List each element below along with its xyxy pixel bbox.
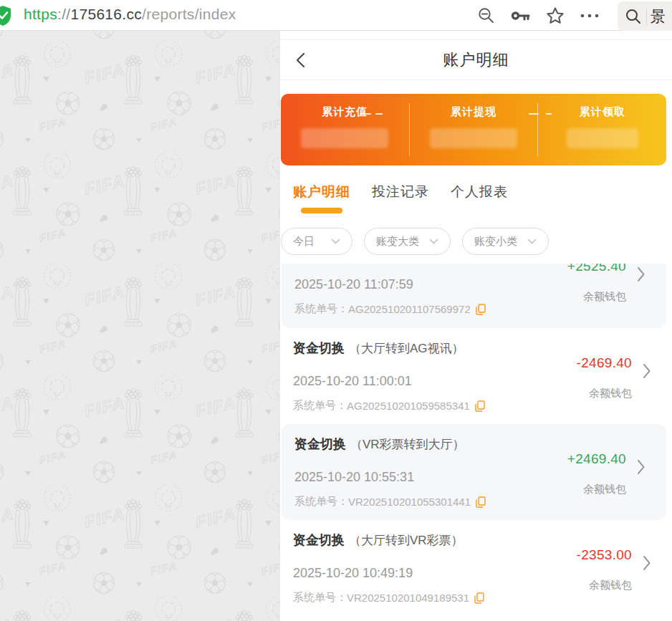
transaction-row[interactable]: 资金切换 （大厅转到VR彩票） 2025-10-20 10:49:19 系统单号… [280, 520, 672, 616]
search-icon[interactable] [625, 8, 642, 25]
transaction-datetime: 2025-10-20 10:49:19 [293, 564, 586, 582]
filter-date-dropdown[interactable]: 今日 [281, 228, 352, 255]
transaction-order-line: 系统单号：AG202510201107569972 [294, 302, 580, 316]
copy-icon[interactable] [475, 400, 485, 412]
chevron-right-icon[interactable] [643, 555, 651, 574]
transaction-datetime: 2025-10-20 11:00:01 [293, 372, 586, 390]
transaction-type: 资金切换 [294, 435, 346, 453]
url-path: /reports/index [142, 6, 236, 22]
back-button[interactable] [290, 50, 310, 70]
tab-personal-report[interactable]: 个人报表 [451, 183, 508, 213]
transaction-detail: （VR彩票转到大厅） [350, 436, 465, 453]
redacted-value [567, 128, 638, 148]
wallet-type: 余额钱包 [589, 387, 632, 400]
transaction-amount: +2469.40 [567, 451, 626, 467]
reports-panel: 账户明细 累计充值 累计提现 累计领取 账户明细 投注记录 [279, 31, 672, 621]
ellipsis-menu-icon[interactable] [580, 6, 600, 26]
page-header: 账户明细 [280, 40, 672, 80]
summary-card: 累计充值 累计提现 累计领取 [281, 94, 666, 165]
chevron-down-icon [331, 239, 340, 244]
chevron-down-icon [429, 239, 438, 244]
transaction-title-line: 资金切换 （大厅转到AG视讯） [293, 340, 586, 358]
url-address-bar[interactable]: https://175616.cc/reports/index [24, 6, 236, 23]
report-tabs: 账户明细 投注记录 个人报表 [293, 183, 672, 213]
wallet-type: 余额钱包 [583, 290, 626, 304]
redaction-dash [546, 113, 552, 115]
shield-check-icon [0, 5, 12, 29]
filter-bar: 今日 账变大类 账变小类 [281, 228, 672, 255]
fifa-watermark-background: FIFA [0, 31, 279, 621]
chevron-down-icon [527, 239, 537, 244]
copy-icon[interactable] [476, 304, 486, 315]
order-no: VR202510201049189531 [347, 592, 469, 604]
order-no: AG202510201107569972 [348, 303, 471, 315]
transaction-amount: -2353.00 [577, 547, 632, 563]
bookmark-label: 景 [651, 6, 666, 27]
transaction-datetime: 2025-10-20 11:07:59 [294, 276, 580, 294]
order-no-prefix: 系统单号： [293, 591, 347, 605]
tab-account-details[interactable]: 账户明细 [293, 183, 350, 213]
filter-minor-category-dropdown[interactable]: 账变小类 [462, 228, 549, 255]
summary-total-claimed: 累计领取 [538, 94, 666, 165]
transaction-order-line: 系统单号：AG202510201059585341 [293, 399, 586, 413]
transaction-type: 资金切换 [293, 340, 345, 357]
summary-label: 累计提现 [451, 105, 496, 119]
transaction-row[interactable]: 2025-10-20 11:07:59 系统单号：AG2025102011075… [282, 264, 666, 328]
summary-label: 累计领取 [580, 105, 625, 119]
transaction-row[interactable]: 资金切换 （大厅转到AG视讯） 2025-10-20 11:00:01 系统单号… [280, 328, 672, 424]
url-scheme: https [24, 6, 57, 22]
browser-toolbar: https://175616.cc/reports/index 景 [0, 0, 672, 31]
transaction-title-line: 资金切换 （VR彩票转到大厅） [294, 435, 580, 454]
tab-bet-records[interactable]: 投注记录 [372, 183, 429, 213]
filter-major-category-dropdown[interactable]: 账变大类 [364, 228, 451, 255]
redaction-dash [360, 113, 371, 115]
wallet-type: 余额钱包 [583, 483, 626, 496]
redaction-dash [529, 113, 539, 115]
find-bar[interactable]: 景 [618, 1, 672, 31]
transaction-detail: （大厅转到VR彩票） [349, 532, 464, 549]
transaction-order-line: 系统单号：VR202510201049189531 [293, 591, 586, 605]
transaction-row[interactable]: 资金切换 （VR彩票转到大厅） 2025-10-20 10:55:31 系统单号… [282, 424, 666, 520]
transaction-amount: +2525.40 [567, 264, 626, 274]
chevron-right-icon[interactable] [643, 363, 651, 382]
panel-topline [280, 31, 672, 40]
order-no-prefix: 系统单号： [293, 399, 347, 413]
copy-icon[interactable] [476, 496, 486, 508]
chevron-right-icon[interactable] [637, 459, 645, 478]
wallet-type: 余额钱包 [589, 579, 632, 592]
redaction-dash [375, 113, 383, 115]
transaction-datetime: 2025-10-20 10:55:31 [294, 468, 580, 486]
transaction-detail: （大厅转到AG视讯） [349, 340, 464, 357]
summary-total-deposit: 累计充值 [281, 94, 409, 165]
chevron-right-icon[interactable] [637, 266, 645, 285]
redacted-value [430, 128, 517, 148]
page-title: 账户明细 [443, 49, 509, 71]
transaction-list[interactable]: 2025-10-20 11:07:59 系统单号：AG2025102011075… [280, 264, 672, 621]
url-separator: :// [57, 6, 70, 22]
transaction-title-line: 资金切换 （大厅转到VR彩票） [293, 531, 586, 550]
order-no-prefix: 系统单号： [294, 495, 348, 509]
active-tab-underline [301, 208, 342, 213]
divider [646, 8, 647, 25]
zoom-out-icon[interactable] [476, 6, 496, 26]
summary-total-withdraw: 累计提现 [410, 94, 538, 165]
order-no: AG202510201059585341 [347, 400, 470, 412]
redacted-value [301, 128, 388, 148]
summary-label: 累计充值 [322, 105, 368, 119]
order-no-prefix: 系统单号： [294, 302, 348, 316]
order-no: VR202510201055301441 [348, 496, 471, 508]
copy-icon[interactable] [474, 592, 484, 604]
transaction-amount: -2469.40 [577, 355, 632, 371]
star-bookmark-icon[interactable] [545, 6, 565, 26]
transaction-order-line: 系统单号：VR202510201055301441 [294, 495, 580, 509]
key-icon[interactable] [511, 6, 531, 26]
url-host: 175616.cc [70, 6, 142, 22]
transaction-type: 资金切换 [293, 531, 345, 549]
